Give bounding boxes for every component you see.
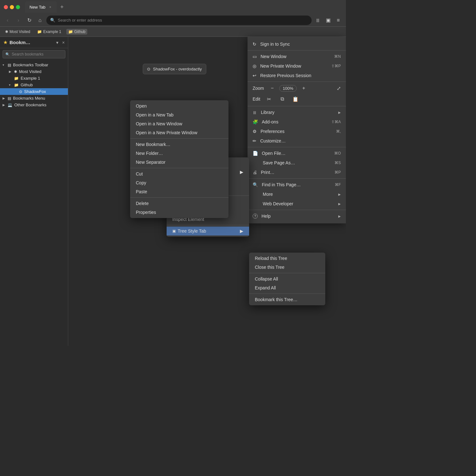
ctx-open-new-private[interactable]: Open in a New Private Window — [130, 128, 228, 137]
zoom-out-button[interactable]: − — [268, 84, 276, 92]
ctx-open[interactable]: Open — [130, 102, 228, 110]
submenu-arrow: ▶ — [240, 228, 243, 234]
cut-button[interactable]: ✂ — [264, 95, 274, 103]
ff-preferences[interactable]: ⚙ Preferences ⌘, — [248, 127, 346, 136]
zoom-in-button[interactable]: + — [300, 84, 307, 92]
ff-sync[interactable]: ↻ Sign in to Sync — [248, 39, 346, 49]
ctx-new-bookmark[interactable]: New Bookmark… — [130, 140, 228, 149]
laptop-icon: 💻 — [8, 103, 12, 107]
sidebar-close-button[interactable]: × — [62, 40, 65, 45]
ctx-open-new-window[interactable]: Open in a New Window — [130, 119, 228, 128]
restore-icon: ↩ — [253, 73, 256, 78]
tab-label: New Tab — [30, 5, 45, 10]
bookmarks-sidebar: ★ Bookm… ▾ × 🔍 Search bookmarks ▾ ▤ Book… — [0, 37, 68, 346]
reader-view-button[interactable]: ⫼ — [314, 16, 322, 25]
ff-help[interactable]: ? Help ▶ — [248, 211, 346, 221]
ff-separator — [248, 106, 346, 106]
ctx-new-folder[interactable]: New Folder… — [130, 149, 228, 158]
reload-button[interactable]: ↻ — [25, 16, 34, 25]
address-placeholder: Search or enter address — [58, 18, 102, 23]
tree-item-github[interactable]: ▾ 📁 Github — [0, 82, 68, 88]
ctx-tst-close[interactable]: Close this Tree — [249, 263, 325, 272]
bookmark-context-menu: Open Open in a New Tab Open in a New Win… — [130, 100, 228, 218]
ctx-properties[interactable]: Properties — [130, 208, 228, 217]
submenu-arrow: ▶ — [338, 215, 341, 218]
zoom-expand-button[interactable]: ⤢ — [337, 85, 341, 91]
ctx-new-separator[interactable]: New Separator — [130, 158, 228, 167]
tree-label: Most Visited — [19, 69, 42, 74]
tst-label: Tree Style Tab — [178, 228, 206, 234]
ctx-copy[interactable]: Copy — [130, 178, 228, 187]
ff-open-file[interactable]: 📄 Open File… ⌘O — [248, 149, 346, 158]
new-tab-button[interactable]: + — [57, 3, 66, 11]
sidebar-search[interactable]: 🔍 Search bookmarks — [3, 50, 65, 58]
copy-button[interactable]: ⧉ — [277, 95, 287, 103]
menu-button[interactable]: ≡ — [334, 16, 343, 25]
ctx-paste[interactable]: Paste — [130, 187, 228, 196]
home-button[interactable]: ⌂ — [36, 16, 44, 25]
folder-icon: ▤ — [8, 63, 11, 67]
ff-new-window[interactable]: ▭ New Window ⌘N — [248, 52, 346, 61]
ff-find[interactable]: 🔍 Find in This Page… ⌘F — [248, 180, 346, 189]
tree-item-shadowfox[interactable]: ▶ ⊙ ShadowFox — [0, 88, 68, 95]
forward-button[interactable]: › — [14, 16, 23, 25]
tab-close-button[interactable]: × — [48, 5, 52, 9]
tree-arrow: ▶ — [9, 70, 13, 73]
address-bar[interactable]: 🔍 Search or enter address — [46, 16, 312, 25]
private-shortcut: ⇧⌘P — [331, 64, 341, 68]
tree-arrow: ▾ — [9, 83, 13, 87]
ff-more[interactable]: More ▶ — [248, 189, 346, 199]
tree-item-other-bookmarks[interactable]: ▶ 💻 Other Bookmarks — [0, 102, 68, 108]
ff-web-developer[interactable]: Web Developer ▶ — [248, 199, 346, 208]
ctx-tst-reload[interactable]: Reload this Tree — [249, 254, 325, 263]
ff-customize[interactable]: ✏ Customize… — [248, 136, 346, 146]
ctx-separator — [249, 294, 325, 294]
search-icon: 🔍 — [5, 52, 10, 56]
edit-label: Edit — [253, 96, 260, 102]
close-button[interactable] — [4, 5, 8, 9]
fullscreen-button[interactable] — [16, 5, 20, 9]
minimize-button[interactable] — [10, 5, 14, 9]
tree-item-bookmarks-toolbar[interactable]: ▾ ▤ Bookmarks Toolbar — [0, 62, 68, 68]
ctx-cut[interactable]: Cut — [130, 169, 228, 178]
tree-arrow: ▶ — [3, 96, 6, 100]
sidebar-toggle-button[interactable]: ▣ — [324, 16, 333, 25]
paste-button[interactable]: 📋 — [291, 95, 300, 103]
ff-print[interactable]: 🖨 Print… ⌘P — [248, 168, 346, 177]
submenu-arrow: ▶ — [240, 169, 243, 175]
new-window-shortcut: ⌘N — [334, 54, 341, 59]
ctx-open-new-tab[interactable]: Open in a New Tab — [130, 110, 228, 119]
tree-item-example1[interactable]: ▶ 📁 Example 1 — [0, 75, 68, 82]
active-tab[interactable]: New Tab × — [25, 1, 57, 13]
folder-icon: 📁 — [37, 30, 42, 34]
bookmarks-toolbar-github[interactable]: 📁 Github — [66, 29, 87, 35]
bookmarks-toolbar-most-visited[interactable]: ✱ Most Visited — [3, 29, 32, 35]
new-window-icon: ▭ — [253, 54, 257, 59]
ff-restore-session[interactable]: ↩ Restore Previous Session — [248, 71, 346, 80]
tree-label: Other Bookmarks — [14, 102, 46, 107]
ff-addons[interactable]: 🧩 Add-ons ⇧⌘A — [248, 117, 346, 127]
sidebar-chevron[interactable]: ▾ — [56, 40, 58, 45]
ctx-tst-bookmark-tree[interactable]: Bookmark this Tree… — [249, 295, 325, 304]
tree-item-most-visited[interactable]: ▶ ✱ Most Visited — [0, 68, 68, 75]
find-label: Find in This Page… — [262, 182, 331, 187]
ctx-tst-expand-all[interactable]: Expand All — [249, 283, 325, 292]
folder-icon: ▤ — [8, 96, 11, 101]
zoom-label: Zoom — [253, 86, 265, 91]
ff-save-page[interactable]: Save Page As… ⌘S — [248, 158, 346, 168]
back-button[interactable]: ‹ — [3, 16, 12, 25]
customize-icon: ✏ — [253, 138, 256, 143]
submenu-arrow: ▶ — [338, 202, 341, 206]
ctx-tst-collapse-all[interactable]: Collapse All — [249, 274, 325, 283]
ctx-delete[interactable]: Delete — [130, 199, 228, 208]
library-label: Library — [261, 110, 334, 115]
ctx-separator — [130, 138, 228, 139]
ff-library[interactable]: ⫼ Library ▶ — [248, 108, 346, 117]
ctx-tst[interactable]: ▣ Tree Style Tab ▶ — [167, 227, 249, 235]
tree-item-bookmarks-menu[interactable]: ▶ ▤ Bookmarks Menu — [0, 95, 68, 102]
ff-new-private[interactable]: ◎ New Private Window ⇧⌘P — [248, 61, 346, 71]
customize-label: Customize… — [260, 138, 341, 143]
print-label: Print… — [261, 170, 331, 175]
firefox-menu: ↻ Sign in to Sync ▭ New Window ⌘N ◎ New … — [248, 37, 346, 223]
bookmarks-toolbar-example1[interactable]: 📁 Example 1 — [35, 29, 63, 35]
